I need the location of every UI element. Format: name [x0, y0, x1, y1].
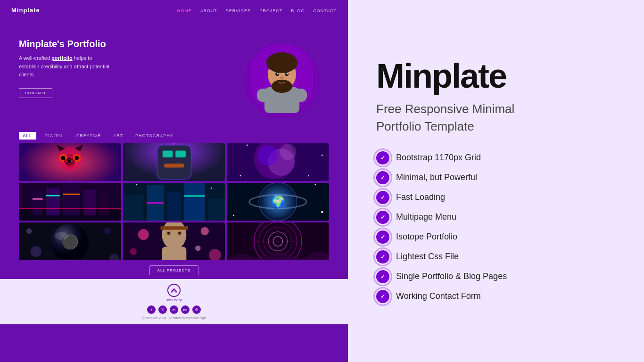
portfolio-item-7[interactable]: [19, 222, 121, 260]
svg-rect-39: [19, 208, 121, 221]
filter-photography[interactable]: PHOTOGRAPHY: [132, 132, 177, 140]
filter-art[interactable]: ART: [109, 132, 127, 140]
feature-text-5: Isotope Portfolio: [396, 232, 457, 242]
svg-point-86: [177, 230, 182, 236]
svg-rect-28: [227, 143, 329, 181]
hero-text: Minplate's Portfolio A well-crafted port…: [19, 29, 235, 98]
svg-point-96: [259, 222, 297, 260]
feature-item-5: ✓ Isotope Portfolio: [376, 230, 616, 244]
svg-point-97: [264, 227, 292, 256]
svg-rect-40: [33, 191, 43, 215]
filter-creative[interactable]: CREATIVE: [73, 132, 105, 140]
check-badge-1: ✓: [376, 151, 389, 165]
footer: Back to top f 𝕏 in be ℗ © Minplate 2024 …: [0, 279, 348, 324]
nav-logo: Minplate: [11, 7, 40, 14]
check-badge-3: ✓: [376, 191, 389, 204]
svg-point-63: [259, 183, 297, 221]
feature-text-1: Bootstrap 1170px Grid: [396, 153, 481, 163]
svg-rect-44: [99, 194, 108, 215]
svg-point-15: [59, 154, 67, 162]
social-twitter[interactable]: 𝕏: [158, 305, 167, 314]
hero-title: Minplate's Portfolio: [19, 39, 235, 49]
svg-point-29: [254, 143, 295, 179]
feature-text-4: Multipage Menu: [396, 212, 456, 222]
nav-link-home[interactable]: HOME: [177, 8, 192, 13]
svg-point-37: [322, 155, 323, 156]
back-to-top-icon[interactable]: [167, 284, 181, 297]
svg-rect-47: [46, 195, 60, 197]
feature-item-4: ✓ Multipage Menu: [376, 211, 616, 224]
svg-point-5: [266, 52, 297, 73]
nav-link-project[interactable]: PROJECT: [259, 8, 282, 13]
svg-point-59: [136, 184, 137, 185]
portfolio-item-1[interactable]: [19, 143, 121, 181]
footer-copyright: © Minplate 2024 · Created by imranadesig…: [19, 316, 329, 320]
feature-item-3: ✓ Fast Loading: [376, 191, 616, 204]
svg-point-79: [26, 229, 32, 234]
hero-section: Minplate's Portfolio A well-crafted port…: [0, 20, 348, 128]
svg-point-99: [273, 237, 283, 246]
svg-rect-24: [175, 150, 186, 157]
svg-rect-25: [164, 164, 184, 168]
contact-button[interactable]: CONTACT: [19, 88, 52, 98]
check-badge-7: ✓: [376, 270, 389, 283]
portfolio-item-2[interactable]: [123, 143, 225, 181]
social-icons: f 𝕏 in be ℗: [19, 305, 329, 314]
check-icon-3: ✓: [380, 194, 385, 201]
svg-point-32: [280, 144, 297, 160]
brand-subtitle: Free Responsive Minimal Portfolio Templa…: [376, 100, 527, 135]
filter-digital[interactable]: DIGITAL: [41, 132, 68, 140]
portfolio-item-5[interactable]: [123, 183, 225, 221]
filter-all[interactable]: ALL: [19, 132, 36, 140]
svg-marker-19: [56, 144, 65, 151]
svg-rect-12: [19, 143, 121, 181]
all-projects-wrap: ALL PROJECTS: [0, 260, 348, 279]
svg-point-9: [277, 73, 279, 74]
nav-link-blog[interactable]: BLOG: [291, 8, 305, 13]
svg-point-82: [162, 222, 186, 249]
svg-rect-58: [184, 195, 205, 197]
svg-point-31: [257, 145, 278, 165]
portfolio-item-8[interactable]: [123, 222, 225, 260]
nav-link-contact[interactable]: CONTACT: [313, 8, 337, 13]
svg-point-11: [280, 76, 284, 79]
svg-point-88: [178, 232, 181, 235]
hero-avatar: [242, 29, 322, 123]
svg-point-76: [53, 260, 87, 260]
portfolio-item-6[interactable]: [227, 183, 329, 221]
avatar-svg: [251, 33, 313, 120]
social-facebook[interactable]: f: [147, 305, 156, 314]
all-projects-button[interactable]: ALL PROJECTS: [149, 265, 199, 275]
svg-point-33: [247, 144, 248, 146]
social-behance[interactable]: be: [181, 305, 190, 314]
svg-rect-51: [123, 195, 143, 221]
check-icon-1: ✓: [380, 155, 385, 161]
portfolio-item-4[interactable]: [19, 183, 121, 221]
svg-point-65: [249, 195, 306, 209]
portfolio-item-9[interactable]: [227, 222, 329, 260]
svg-rect-48: [63, 194, 80, 195]
feature-item-2: ✓ Minimal, but Powerful: [376, 171, 616, 184]
svg-rect-43: [83, 189, 96, 215]
svg-point-95: [254, 222, 302, 260]
social-pinterest[interactable]: ℗: [192, 305, 201, 314]
svg-line-102: [261, 224, 295, 258]
feature-text-2: Minimal, but Powerful: [396, 173, 477, 182]
nav-link-about[interactable]: ABOUT: [200, 8, 217, 13]
svg-point-67: [281, 202, 286, 208]
svg-rect-42: [63, 185, 80, 215]
social-linkedin[interactable]: in: [170, 305, 178, 314]
svg-point-17: [61, 156, 66, 160]
nav-link-services[interactable]: SERVICES: [226, 8, 251, 13]
svg-point-14: [65, 154, 75, 168]
svg-point-80: [109, 254, 119, 260]
hero-image: [235, 29, 329, 123]
check-icon-8: ✓: [380, 293, 385, 300]
nav-links: HOME ABOUT SERVICES PROJECT BLOG CONTACT: [177, 6, 337, 14]
svg-point-74: [51, 223, 89, 260]
check-icon-2: ✓: [380, 174, 385, 181]
portfolio-item-3[interactable]: [227, 143, 329, 181]
svg-point-93: [195, 246, 201, 251]
check-badge-8: ✓: [376, 290, 389, 303]
svg-rect-83: [162, 247, 186, 260]
